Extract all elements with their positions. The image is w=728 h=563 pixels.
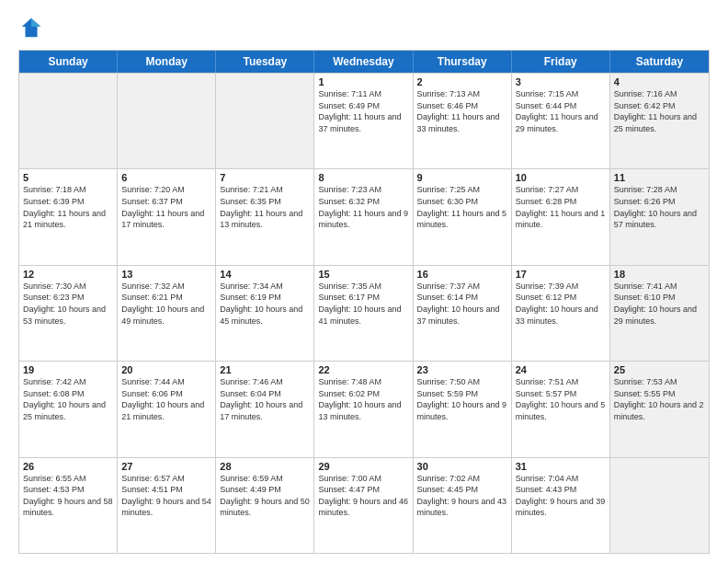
week-row-2: 12Sunrise: 7:30 AM Sunset: 6:23 PM Dayli… [19,265,709,361]
cal-cell-10: 10Sunrise: 7:27 AM Sunset: 6:28 PM Dayli… [512,169,610,264]
cal-cell-3: 3Sunrise: 7:15 AM Sunset: 6:44 PM Daylig… [512,74,610,168]
cell-info: Sunrise: 7:46 AM Sunset: 6:04 PM Dayligh… [220,376,310,422]
day-number: 13 [121,269,211,280]
cal-cell-empty-0-1 [118,74,216,168]
cell-info: Sunrise: 7:02 AM Sunset: 4:45 PM Dayligh… [417,473,507,519]
cal-cell-19: 19Sunrise: 7:42 AM Sunset: 6:08 PM Dayli… [19,362,118,456]
day-number: 27 [121,461,211,472]
cell-info: Sunrise: 7:41 AM Sunset: 6:10 PM Dayligh… [614,281,705,327]
cal-cell-empty-0-0 [19,74,118,168]
cal-cell-30: 30Sunrise: 7:02 AM Sunset: 4:45 PM Dayli… [414,458,512,553]
cell-info: Sunrise: 7:25 AM Sunset: 6:30 PM Dayligh… [417,184,507,230]
day-number: 31 [516,461,606,472]
day-number: 14 [220,269,310,280]
cell-info: Sunrise: 7:28 AM Sunset: 6:26 PM Dayligh… [614,184,705,230]
day-number: 17 [516,269,606,280]
cell-info: Sunrise: 7:50 AM Sunset: 5:59 PM Dayligh… [417,376,507,422]
cell-info: Sunrise: 7:42 AM Sunset: 6:08 PM Dayligh… [23,376,113,422]
cell-info: Sunrise: 7:53 AM Sunset: 5:55 PM Dayligh… [614,376,705,422]
calendar: SundayMondayTuesdayWednesdayThursdayFrid… [18,50,710,554]
cell-info: Sunrise: 6:57 AM Sunset: 4:51 PM Dayligh… [121,473,211,519]
calendar-header: SundayMondayTuesdayWednesdayThursdayFrid… [19,51,709,73]
day-number: 1 [318,76,408,87]
day-number: 10 [516,172,606,183]
day-number: 25 [614,364,705,375]
cell-info: Sunrise: 7:48 AM Sunset: 6:02 PM Dayligh… [318,376,408,422]
cal-cell-13: 13Sunrise: 7:32 AM Sunset: 6:21 PM Dayli… [118,266,216,361]
day-number: 3 [516,76,606,87]
header-day-monday: Monday [118,51,216,73]
cal-cell-16: 16Sunrise: 7:37 AM Sunset: 6:14 PM Dayli… [414,266,512,361]
cell-info: Sunrise: 7:32 AM Sunset: 6:21 PM Dayligh… [121,281,211,327]
cell-info: Sunrise: 7:23 AM Sunset: 6:32 PM Dayligh… [318,184,408,230]
cell-info: Sunrise: 7:00 AM Sunset: 4:47 PM Dayligh… [318,473,408,519]
cal-cell-15: 15Sunrise: 7:35 AM Sunset: 6:17 PM Dayli… [314,266,413,361]
week-row-1: 5Sunrise: 7:18 AM Sunset: 6:39 PM Daylig… [19,168,709,264]
day-number: 28 [220,461,310,472]
day-number: 26 [23,461,113,472]
svg-marker-1 [31,18,40,27]
day-number: 7 [220,172,310,183]
cal-cell-31: 31Sunrise: 7:04 AM Sunset: 4:43 PM Dayli… [512,458,610,553]
cal-cell-empty-4-6 [610,458,709,553]
day-number: 21 [220,364,310,375]
cal-cell-9: 9Sunrise: 7:25 AM Sunset: 6:30 PM Daylig… [414,169,512,264]
day-number: 15 [318,269,408,280]
header-day-friday: Friday [512,51,610,73]
week-row-4: 26Sunrise: 6:55 AM Sunset: 4:53 PM Dayli… [19,457,709,553]
cal-cell-23: 23Sunrise: 7:50 AM Sunset: 5:59 PM Dayli… [414,362,512,456]
cell-info: Sunrise: 7:37 AM Sunset: 6:14 PM Dayligh… [417,281,507,327]
cal-cell-21: 21Sunrise: 7:46 AM Sunset: 6:04 PM Dayli… [216,362,314,456]
cell-info: Sunrise: 7:11 AM Sunset: 6:49 PM Dayligh… [318,88,408,134]
cell-info: Sunrise: 7:16 AM Sunset: 6:42 PM Dayligh… [614,88,705,134]
day-number: 18 [614,269,705,280]
cal-cell-25: 25Sunrise: 7:53 AM Sunset: 5:55 PM Dayli… [610,362,709,456]
cal-cell-14: 14Sunrise: 7:34 AM Sunset: 6:19 PM Dayli… [216,266,314,361]
day-number: 23 [417,364,507,375]
logo-icon [18,15,44,40]
cal-cell-7: 7Sunrise: 7:21 AM Sunset: 6:35 PM Daylig… [216,169,314,264]
cell-info: Sunrise: 7:04 AM Sunset: 4:43 PM Dayligh… [516,473,606,519]
header-day-wednesday: Wednesday [314,51,413,73]
day-number: 12 [23,269,113,280]
cell-info: Sunrise: 7:34 AM Sunset: 6:19 PM Dayligh… [220,281,310,327]
cal-cell-2: 2Sunrise: 7:13 AM Sunset: 6:46 PM Daylig… [414,74,512,168]
cal-cell-24: 24Sunrise: 7:51 AM Sunset: 5:57 PM Dayli… [512,362,610,456]
cal-cell-4: 4Sunrise: 7:16 AM Sunset: 6:42 PM Daylig… [610,74,709,168]
week-row-3: 19Sunrise: 7:42 AM Sunset: 6:08 PM Dayli… [19,361,709,456]
day-number: 24 [516,364,606,375]
header-day-sunday: Sunday [19,51,118,73]
day-number: 2 [417,76,507,87]
cal-cell-6: 6Sunrise: 7:20 AM Sunset: 6:37 PM Daylig… [118,169,216,264]
header [18,15,710,40]
cal-cell-1: 1Sunrise: 7:11 AM Sunset: 6:49 PM Daylig… [314,74,413,168]
cal-cell-29: 29Sunrise: 7:00 AM Sunset: 4:47 PM Dayli… [314,458,413,553]
cell-info: Sunrise: 7:15 AM Sunset: 6:44 PM Dayligh… [516,88,606,134]
cal-cell-12: 12Sunrise: 7:30 AM Sunset: 6:23 PM Dayli… [19,266,118,361]
day-number: 29 [318,461,408,472]
cal-cell-22: 22Sunrise: 7:48 AM Sunset: 6:02 PM Dayli… [314,362,413,456]
cell-info: Sunrise: 7:21 AM Sunset: 6:35 PM Dayligh… [220,184,310,230]
cell-info: Sunrise: 7:35 AM Sunset: 6:17 PM Dayligh… [318,281,408,327]
day-number: 6 [121,172,211,183]
cell-info: Sunrise: 7:20 AM Sunset: 6:37 PM Dayligh… [121,184,211,230]
cal-cell-8: 8Sunrise: 7:23 AM Sunset: 6:32 PM Daylig… [314,169,413,264]
header-day-tuesday: Tuesday [216,51,314,73]
day-number: 8 [318,172,408,183]
cell-info: Sunrise: 7:13 AM Sunset: 6:46 PM Dayligh… [417,88,507,134]
cell-info: Sunrise: 6:59 AM Sunset: 4:49 PM Dayligh… [220,473,310,519]
cell-info: Sunrise: 7:30 AM Sunset: 6:23 PM Dayligh… [23,281,113,327]
day-number: 5 [23,172,113,183]
day-number: 16 [417,269,507,280]
day-number: 19 [23,364,113,375]
cal-cell-28: 28Sunrise: 6:59 AM Sunset: 4:49 PM Dayli… [216,458,314,553]
page: SundayMondayTuesdayWednesdayThursdayFrid… [0,0,728,563]
cal-cell-11: 11Sunrise: 7:28 AM Sunset: 6:26 PM Dayli… [610,169,709,264]
calendar-body: 1Sunrise: 7:11 AM Sunset: 6:49 PM Daylig… [19,73,709,553]
cal-cell-5: 5Sunrise: 7:18 AM Sunset: 6:39 PM Daylig… [19,169,118,264]
cal-cell-27: 27Sunrise: 6:57 AM Sunset: 4:51 PM Dayli… [118,458,216,553]
cell-info: Sunrise: 7:39 AM Sunset: 6:12 PM Dayligh… [516,281,606,327]
header-day-saturday: Saturday [610,51,709,73]
cal-cell-20: 20Sunrise: 7:44 AM Sunset: 6:06 PM Dayli… [118,362,216,456]
header-day-thursday: Thursday [414,51,512,73]
